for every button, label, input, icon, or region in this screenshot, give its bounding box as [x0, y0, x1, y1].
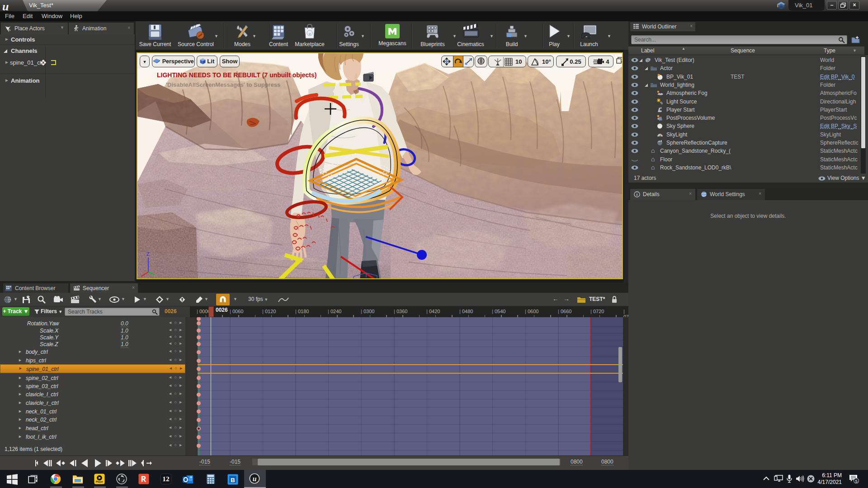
svg-text:12: 12 — [162, 475, 170, 483]
svg-text:u: u — [309, 31, 311, 36]
svg-text:Player: Player — [96, 480, 103, 483]
svg-text:u: u — [253, 475, 257, 483]
svg-text:Z: Z — [146, 251, 150, 257]
svg-text:5: 5 — [855, 479, 858, 483]
svg-text:B: B — [231, 477, 235, 483]
